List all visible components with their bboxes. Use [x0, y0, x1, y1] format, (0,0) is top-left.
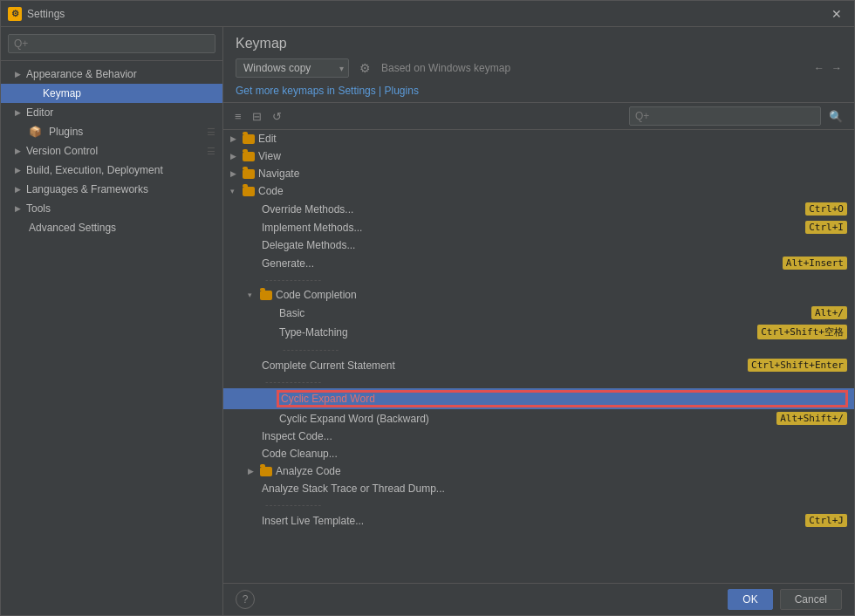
tree-folder-label: Code [258, 185, 847, 197]
collapse-all-button[interactable]: ⊟ [248, 107, 266, 126]
sidebar-item-label: Build, Execution, Deployment [26, 164, 163, 176]
folder-arrow-icon: ▶ [248, 467, 260, 476]
folder-icon [243, 152, 255, 161]
toolbar-search-area: 🔍 [629, 106, 847, 126]
tree-item-analyze-code-folder[interactable]: ▶Analyze Code [223, 462, 854, 480]
folder-arrow-icon: ▾ [248, 291, 260, 299]
ok-button[interactable]: OK [728, 589, 772, 610]
sidebar-item-version-control[interactable]: ▶Version Control☰ [1, 141, 222, 161]
nav-arrow-icon: ▶ [15, 204, 21, 213]
tree-item-override-methods[interactable]: Override Methods...Ctrl+O [223, 200, 854, 218]
search-icon-button[interactable]: 🔍 [824, 107, 847, 126]
sidebar-item-editor[interactable]: ▶Editor [1, 103, 222, 122]
sidebar-item-label: Advanced Settings [29, 222, 116, 234]
tree-item-code-completion-folder[interactable]: ▾Code Completion [223, 286, 854, 304]
settings-window: ⚙ Settings ✕ ▶Appearance & BehaviorKeyma… [0, 0, 855, 616]
sidebar-item-label: Tools [26, 202, 51, 215]
tree-item-generate[interactable]: Generate...Alt+Insert [223, 254, 854, 272]
tree-action-label: Type-Matching [277, 326, 757, 339]
shortcut-badge: Ctrl+O [805, 202, 847, 216]
footer: ? OK Cancel [223, 583, 854, 615]
tree-item-cyclic-expand-word-backward[interactable]: Cyclic Expand Word (Backward)Alt+Shift+/ [223, 409, 854, 428]
nav-arrow-icon: ▶ [15, 147, 21, 155]
sidebar-item-tools[interactable]: ▶Tools [1, 199, 222, 218]
folder-arrow-icon: ▾ [230, 187, 243, 195]
tree-item-type-matching[interactable]: Type-MatchingCtrl+Shift+空格 [223, 322, 854, 342]
tree-item-code-cleanup[interactable]: Code Cleanup... [223, 445, 854, 462]
sidebar-item-plugins[interactable]: 📦Plugins☰ [1, 122, 222, 141]
tree-item-implement-methods[interactable]: Implement Methods...Ctrl+I [223, 218, 854, 236]
tree-item-delegate-methods[interactable]: Delegate Methods... [223, 236, 854, 254]
tree-separator-sep4: -------------- [223, 497, 854, 511]
tree-item-code-folder[interactable]: ▾Code [223, 182, 854, 200]
sidebar-item-label: Plugins [49, 126, 83, 138]
close-button[interactable]: ✕ [826, 5, 847, 23]
shortcut-badge: Alt+Insert [783, 257, 847, 270]
sidebar-item-label: Editor [26, 106, 53, 119]
tree-item-edit-folder[interactable]: ▶Edit [223, 130, 854, 147]
footer-buttons: OK Cancel [728, 589, 842, 610]
folder-arrow-icon: ▶ [230, 169, 243, 178]
sidebar-item-languages[interactable]: ▶Languages & Frameworks [1, 180, 222, 199]
tree-action-label: Analyze Stack Trace or Thread Dump... [260, 483, 847, 495]
keymap-gear-button[interactable]: ⚙ [356, 59, 374, 77]
sidebar-item-label: Languages & Frameworks [26, 183, 148, 195]
folder-icon [243, 187, 255, 196]
nav-arrow-icon: ▶ [15, 70, 21, 79]
keymap-tree: ▶Edit▶View▶Navigate▾CodeOverride Methods… [223, 130, 854, 583]
restore-defaults-button[interactable]: ↺ [268, 107, 286, 126]
sidebar-item-build[interactable]: ▶Build, Execution, Deployment [1, 161, 222, 180]
tree-action-label: Insert Live Template... [260, 515, 805, 527]
cancel-button[interactable]: Cancel [780, 589, 842, 610]
keymap-select-wrapper: Windows copy [236, 58, 349, 78]
sidebar-item-keymap[interactable]: Keymap [1, 84, 222, 103]
nav-arrow-icon: ▶ [15, 108, 21, 117]
tree-item-cyclic-expand-word[interactable]: Cyclic Expand Word [223, 388, 854, 409]
sidebar-item-label: Appearance & Behavior [26, 68, 137, 80]
shortcut-badge: Ctrl+Shift+Enter [748, 359, 847, 372]
tree-separator-sep3: -------------- [223, 374, 854, 388]
tree-action-label: Cyclic Expand Word (Backward) [277, 413, 776, 425]
tree-action-label: Implement Methods... [260, 222, 805, 234]
tree-folder-label: Code Completion [276, 289, 847, 301]
tree-item-basic[interactable]: BasicAlt+/ [223, 304, 854, 322]
nav-forward-button[interactable]: → [831, 62, 842, 74]
sidebar-item-label: Version Control [26, 145, 98, 157]
tree-item-view-folder[interactable]: ▶View [223, 147, 854, 165]
sidebar-search-input[interactable] [8, 34, 215, 53]
tree-action-label: Cyclic Expand Word [277, 391, 847, 407]
folder-icon [260, 467, 272, 476]
expand-all-button[interactable]: ≡ [230, 107, 246, 126]
nav-arrow-icon: ▶ [15, 166, 21, 175]
panel-header: Keymap Windows copy ⚙ Based on Windows k… [223, 27, 854, 103]
tree-item-navigate-folder[interactable]: ▶Navigate [223, 165, 854, 182]
sidebar-item-advanced[interactable]: Advanced Settings [1, 218, 222, 237]
sidebar: ▶Appearance & BehaviorKeymap▶Editor📦Plug… [1, 27, 223, 615]
tree-separator-sep1: -------------- [223, 272, 854, 286]
titlebar-left: ⚙ Settings [8, 7, 65, 21]
sidebar-item-appearance[interactable]: ▶Appearance & Behavior [1, 65, 222, 84]
sidebar-search-area [1, 27, 222, 61]
tree-action-label: Basic [277, 307, 811, 319]
nav-arrow-icon: ▶ [15, 185, 21, 194]
folder-icon [243, 134, 255, 144]
help-button[interactable]: ? [236, 590, 255, 609]
tree-item-insert-live-template[interactable]: Insert Live Template...Ctrl+J [223, 511, 854, 530]
shortcut-badge: Alt+/ [811, 306, 847, 319]
keymap-select[interactable]: Windows copy [236, 58, 349, 78]
tree-item-complete-current[interactable]: Complete Current StatementCtrl+Shift+Ent… [223, 356, 854, 374]
nav-back-button[interactable]: ← [814, 62, 824, 74]
keymap-controls: Windows copy ⚙ Based on Windows keymap ←… [236, 58, 842, 78]
sidebar-nav: ▶Appearance & BehaviorKeymap▶Editor📦Plug… [1, 61, 222, 615]
tree-folder-label: View [258, 150, 847, 162]
keymap-search-input[interactable] [629, 106, 821, 126]
tree-item-analyze-stack[interactable]: Analyze Stack Trace or Thread Dump... [223, 480, 854, 497]
tree-item-inspect-code[interactable]: Inspect Code... [223, 428, 854, 445]
titlebar: ⚙ Settings ✕ [1, 1, 854, 27]
shortcut-badge: Ctrl+I [805, 221, 847, 234]
sidebar-item-marker: ☰ [207, 127, 215, 138]
get-more-keymaps-link[interactable]: Get more keymaps in Settings | Plugins [236, 85, 419, 97]
folder-arrow-icon: ▶ [230, 152, 243, 161]
sidebar-item-label: Keymap [43, 87, 81, 99]
plugins-icon: 📦 [29, 126, 42, 138]
